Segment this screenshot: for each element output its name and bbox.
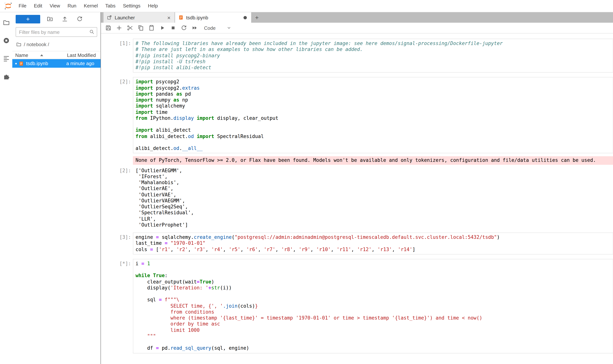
launcher-icon [107, 15, 112, 20]
sort-ascending-icon [40, 54, 43, 56]
output-prompt: [2]: [104, 167, 133, 228]
save-button[interactable] [105, 25, 112, 31]
file-name: tsdb.ipynb [26, 61, 66, 66]
menu-kernel[interactable]: Kernel [80, 0, 101, 12]
input-prompt: [3]: [104, 233, 133, 254]
paste-button[interactable] [148, 25, 155, 31]
toc-icon [2, 55, 10, 62]
stop-button[interactable] [170, 25, 177, 31]
copy-icon [137, 25, 144, 31]
open-file-marker [15, 63, 17, 64]
activity-table-of-contents[interactable] [0, 51, 12, 66]
tab-label: Launcher [115, 15, 135, 20]
new-folder-button[interactable] [45, 14, 54, 24]
file-browser-toolbar: + [12, 12, 100, 25]
code-editor[interactable]: engine = sqlalchemy.create_engine("postg… [133, 233, 613, 254]
paste-icon [148, 25, 155, 31]
search-icon [89, 29, 95, 35]
notebook-toolbar: Code [101, 23, 613, 33]
cut-button[interactable] [127, 25, 133, 31]
tab-tsdb-ipynb[interactable]: tsdb.ipynb [175, 12, 252, 23]
app-body: + / notebook / Name Last Modified tsdb.i… [0, 12, 613, 364]
folder-icon [16, 42, 22, 47]
menu-settings[interactable]: Settings [119, 0, 144, 12]
unsaved-changes-dot [244, 16, 247, 19]
tab-launcher[interactable]: Launcher× [104, 12, 175, 23]
fast-forward-icon [191, 25, 198, 31]
input-prompt: [*]: [104, 259, 133, 353]
tab-list: Launcher×tsdb.ipynb [104, 12, 252, 23]
cell-type-value: Code [204, 25, 216, 31]
notebook-cell-3[interactable]: [3]:engine = sqlalchemy.create_engine("p… [104, 233, 613, 254]
code-editor[interactable]: # The following libraries have already b… [133, 39, 613, 73]
menu-tabs[interactable]: Tabs [102, 0, 119, 12]
restart-button[interactable] [181, 25, 187, 31]
jupyter-icon [4, 1, 13, 10]
run-icon [159, 25, 166, 31]
main-dock-area: Launcher×tsdb.ipynb + Code [1]:# The fol… [100, 12, 613, 364]
file-filter [16, 27, 97, 37]
notebook-cell-1[interactable]: [1]:# The following libraries have alrea… [104, 39, 613, 73]
cell-type-dropdown[interactable]: Code [203, 25, 233, 31]
tab-label: tsdb.ipynb [186, 15, 208, 20]
jupyter-logo [4, 1, 13, 10]
search-input[interactable] [16, 27, 97, 37]
menu-edit[interactable]: Edit [30, 0, 46, 12]
upload-icon [61, 16, 68, 22]
menu-bar: FileEditViewRunKernelTabsSettingsHelp [0, 0, 613, 12]
column-name-label: Name [15, 52, 28, 58]
breadcrumb-folder-slot [16, 42, 22, 47]
code-editor[interactable]: import psycopg2import psycopg2.extrasimp… [133, 77, 613, 154]
input-prompt: [2]: [104, 77, 133, 154]
menu-view[interactable]: View [46, 0, 64, 12]
breadcrumb[interactable]: / notebook / [12, 39, 100, 50]
notebook-cell-4[interactable]: [*]:i = 1 while True: clear_output(wait=… [104, 259, 613, 353]
menu-help[interactable]: Help [144, 0, 162, 12]
close-tab-icon[interactable]: × [166, 15, 171, 20]
activity-bar [0, 12, 12, 364]
tab-bar: Launcher×tsdb.ipynb + [101, 12, 613, 23]
code-editor[interactable]: i = 1 while True: clear_output(wait=True… [133, 259, 613, 353]
notebook-toolbar-icons [105, 25, 198, 31]
search-icon-slot [89, 29, 95, 36]
notebook-icon [178, 15, 184, 20]
input-prompt: [1]: [104, 39, 133, 73]
menu-bar-items: FileEditViewRunKernelTabsSettingsHelp [15, 0, 162, 12]
add-tab-button[interactable]: + [252, 13, 262, 23]
file-list: tsdb.ipynba minute ago [12, 59, 100, 68]
activity-file-browser[interactable] [0, 15, 12, 30]
breadcrumb-path: / notebook / [24, 42, 49, 47]
activity-extension-manager[interactable] [0, 69, 12, 84]
notebook-cells: [1]:# The following libraries have alrea… [104, 39, 613, 353]
fast-forward-button[interactable] [191, 25, 198, 31]
file-browser-panel: + / notebook / Name Last Modified tsdb.i… [12, 12, 100, 364]
menu-file[interactable]: File [15, 0, 30, 12]
column-header-last-modified[interactable]: Last Modified [67, 52, 96, 58]
insert-button[interactable] [116, 25, 123, 31]
notebook-icon [19, 61, 24, 66]
output-area: ['OutlierAEGMM', 'IForest', 'Mahalanobis… [133, 167, 613, 228]
notebook-content[interactable]: [1]:# The following libraries have alrea… [101, 33, 613, 364]
copy-button[interactable] [137, 25, 144, 31]
menu-run[interactable]: Run [64, 0, 80, 12]
stop-icon [170, 25, 177, 31]
new-launcher-button[interactable]: + [16, 15, 40, 23]
restart-icon [181, 25, 187, 31]
file-last-modified: a minute ago [66, 61, 98, 66]
column-header-name[interactable]: Name [15, 52, 67, 58]
file-row[interactable]: tsdb.ipynba minute ago [12, 59, 100, 68]
upload-button[interactable] [60, 14, 69, 24]
file-list-header: Name Last Modified [12, 51, 100, 59]
caret-down-icon [226, 25, 232, 30]
insert-icon [116, 25, 123, 31]
save-icon [105, 25, 112, 31]
run-button[interactable] [159, 25, 166, 31]
new-folder-icon [47, 16, 53, 22]
jupyterlab-window: FileEditViewRunKernelTabsSettingsHelp + … [0, 0, 613, 364]
cell-type-caret-slot [226, 25, 232, 30]
activity-running-sessions[interactable] [0, 33, 12, 48]
refresh-icon [76, 16, 83, 22]
notebook-cell-2[interactable]: [2]:import psycopg2import psycopg2.extra… [104, 77, 613, 228]
folder-icon [2, 19, 10, 26]
refresh-button[interactable] [75, 14, 84, 24]
